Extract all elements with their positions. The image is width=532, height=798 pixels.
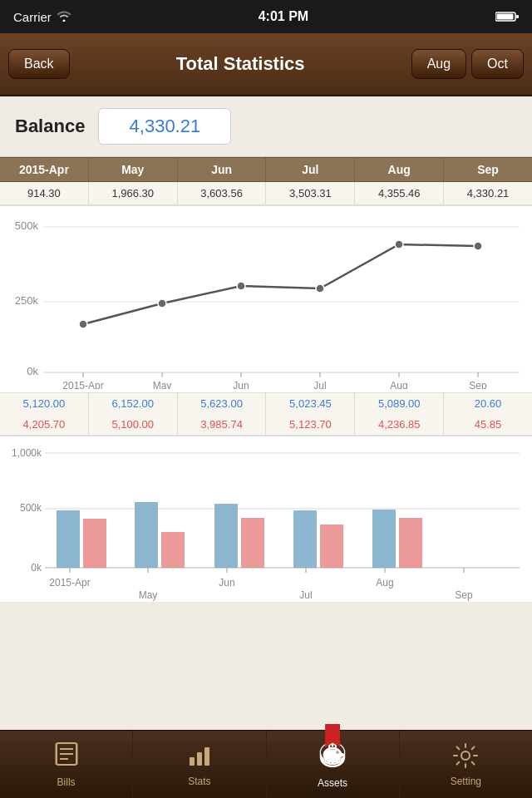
income-1: 6,152.00 — [89, 393, 178, 414]
svg-rect-76 — [340, 753, 344, 756]
col-val-5: 4,330.21 — [444, 182, 532, 204]
expense-0: 4,205.70 — [0, 414, 89, 435]
income-4: 5,089.00 — [355, 393, 444, 414]
svg-rect-38 — [241, 518, 264, 568]
svg-text:0k: 0k — [27, 365, 38, 377]
status-right — [495, 11, 519, 22]
tab-assets[interactable]: Assets — [267, 731, 400, 798]
bar-chart-container: 1,000k 500k 0k 201 — [0, 436, 532, 602]
tab-bar: Bills Stats — [0, 730, 532, 798]
svg-text:500k: 500k — [15, 219, 39, 232]
line-chart-container: 500k 250k 0k 2015-Apr May Jun Jul Aug Se… — [0, 205, 532, 393]
status-bar: Carrier 4:01 PM — [0, 0, 532, 33]
svg-point-25 — [395, 240, 403, 249]
balance-section: Balance 4,330.21 — [0, 96, 532, 157]
nav-bar: Back Total Statistics Aug Oct — [0, 33, 532, 96]
income-3: 5,023.45 — [266, 393, 355, 414]
data-table: 2015-Apr May Jun Jul Aug Sep 914.30 1,96… — [0, 157, 532, 205]
col-header-3: Jul — [266, 158, 355, 181]
svg-text:May: May — [153, 380, 172, 389]
col-val-0: 914.30 — [0, 182, 89, 204]
svg-text:Jun: Jun — [219, 577, 234, 589]
table-header-row: 2015-Apr May Jun Jul Aug Sep — [0, 157, 532, 182]
svg-rect-63 — [204, 747, 209, 766]
col-val-1: 1,966.30 — [89, 182, 178, 204]
svg-point-24 — [316, 284, 324, 293]
oct-button[interactable]: Oct — [471, 49, 524, 79]
svg-rect-2 — [516, 15, 519, 18]
svg-rect-73 — [336, 760, 338, 764]
svg-rect-42 — [399, 518, 422, 568]
tab-stats[interactable]: Stats — [133, 731, 266, 798]
nav-right-buttons: Aug Oct — [411, 49, 524, 79]
carrier-label: Carrier — [13, 10, 52, 24]
col-header-2: Jun — [178, 158, 267, 181]
stats-icon — [186, 742, 213, 772]
svg-point-26 — [474, 242, 482, 250]
expense-4: 4,236.85 — [355, 414, 444, 435]
svg-rect-34 — [83, 519, 106, 568]
svg-rect-35 — [135, 502, 158, 568]
svg-rect-37 — [214, 504, 238, 568]
svg-text:May: May — [139, 589, 158, 601]
income-0: 5,120.00 — [0, 393, 89, 414]
col-val-4: 4,355.46 — [355, 182, 444, 204]
expense-3: 5,123.70 — [266, 414, 355, 435]
svg-rect-33 — [57, 510, 80, 568]
income-5: 20.60 — [444, 393, 532, 414]
svg-rect-1 — [497, 14, 514, 20]
svg-point-77 — [337, 751, 338, 752]
setting-label: Setting — [451, 776, 481, 787]
svg-text:Sep: Sep — [469, 380, 487, 389]
expense-5: 45.85 — [444, 414, 532, 435]
svg-rect-61 — [190, 757, 195, 766]
tab-bills[interactable]: Bills — [0, 731, 133, 798]
income-2: 5,623.00 — [178, 393, 267, 414]
svg-rect-41 — [372, 510, 396, 568]
svg-rect-62 — [197, 752, 202, 766]
table-data-row: 914.30 1,966.30 3,603.56 3,503.31 4,355.… — [0, 182, 532, 205]
expense-row: 4,205.70 5,100.00 3,985.74 5,123.70 4,23… — [0, 414, 532, 435]
stats-rows: 5,120.00 6,152.00 5,623.00 5,023.45 5,08… — [0, 393, 532, 436]
assets-icon — [318, 741, 347, 774]
assets-label: Assets — [318, 777, 347, 789]
stats-label: Stats — [188, 776, 210, 787]
back-button[interactable]: Back — [8, 49, 70, 79]
svg-rect-60 — [76, 743, 78, 765]
svg-rect-40 — [320, 525, 343, 568]
bills-label: Bills — [57, 776, 76, 788]
svg-point-23 — [237, 282, 245, 290]
balance-value: 4,330.21 — [98, 108, 231, 145]
col-header-0: 2015-Apr — [0, 158, 89, 181]
svg-rect-74 — [328, 760, 330, 764]
status-time: 4:01 PM — [259, 9, 308, 24]
col-val-2: 3,603.56 — [178, 182, 267, 204]
col-header-4: Aug — [355, 158, 444, 181]
tab-setting[interactable]: Setting — [400, 731, 532, 798]
expense-1: 5,100.00 — [89, 414, 178, 435]
expense-2: 3,985.74 — [178, 414, 267, 435]
svg-text:500k: 500k — [20, 502, 42, 514]
setting-icon — [452, 742, 479, 772]
svg-rect-39 — [293, 510, 317, 568]
svg-rect-78 — [330, 749, 335, 751]
svg-text:Jul: Jul — [313, 380, 326, 389]
svg-text:Jun: Jun — [233, 380, 249, 389]
aug-button[interactable]: Aug — [411, 49, 466, 79]
svg-text:Aug: Aug — [390, 380, 407, 389]
wifi-icon — [57, 10, 71, 24]
svg-text:1,000k: 1,000k — [12, 447, 42, 459]
svg-point-22 — [158, 299, 166, 308]
svg-rect-36 — [161, 532, 185, 568]
col-header-1: May — [89, 158, 178, 181]
col-header-5: Sep — [444, 158, 532, 181]
bills-icon — [53, 741, 80, 773]
balance-label: Balance — [15, 116, 85, 137]
svg-text:Aug: Aug — [376, 577, 393, 589]
svg-text:0k: 0k — [31, 562, 42, 574]
svg-text:250k: 250k — [15, 294, 39, 307]
svg-rect-75 — [332, 760, 334, 764]
page-title: Total Statistics — [70, 53, 411, 75]
col-val-3: 3,503.31 — [266, 182, 355, 204]
svg-text:2015-Apr: 2015-Apr — [49, 577, 90, 589]
